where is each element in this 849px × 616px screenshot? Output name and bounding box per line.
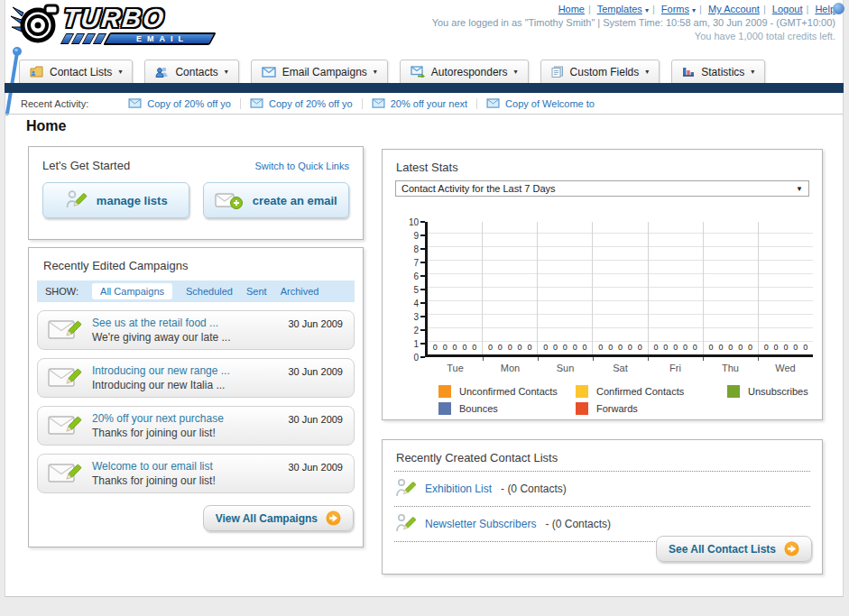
campaign-title[interactable]: See us at the retail food ... <box>92 316 230 330</box>
contact-list-item[interactable]: Exhibition List - (0 Contacts) <box>394 472 810 507</box>
nav-tab-custom-fields[interactable]: Custom Fields ▾ <box>540 60 660 84</box>
campaign-list-item[interactable]: Introducing our new range ... Introducin… <box>37 358 355 398</box>
link-forms[interactable]: Forms <box>661 4 689 14</box>
link-my-account[interactable]: My Account <box>708 4 760 14</box>
contact-list-count: - (0 Contacts) <box>501 483 567 495</box>
nav-accent-bar <box>5 83 844 93</box>
bar-value: 0 <box>472 343 476 352</box>
tab-archived[interactable]: Archived <box>281 286 319 297</box>
bar-value: 0 <box>608 343 613 352</box>
legend-label: Unconfirmed Contacts <box>459 386 558 397</box>
top-links: Home| Templates ▾| Forms ▾| My Account| … <box>432 4 835 14</box>
bar-value: 0 <box>774 343 779 352</box>
legend-label: Forwards <box>596 403 638 414</box>
y-axis-tick: 2 <box>395 325 425 336</box>
link-separator: | <box>806 4 808 14</box>
chart-day-group: 00000 <box>704 222 759 354</box>
nav-tab-label: Statistics <box>701 66 744 78</box>
recent-activity-item[interactable]: Copy of 20% off yo <box>119 98 240 109</box>
manage-lists-button[interactable]: manage lists <box>42 182 189 218</box>
y-tick-mark <box>420 262 425 263</box>
envelope-pencil-icon <box>47 412 83 439</box>
nav-tab-contact-lists[interactable]: Contact Lists ▾ <box>19 60 133 84</box>
campaign-title[interactable]: Introducing our new range ... <box>92 363 230 378</box>
nav-tab-statistics[interactable]: Statistics ▾ <box>671 60 765 84</box>
legend-item: Confirmed Contacts <box>576 385 727 398</box>
link-home[interactable]: Home <box>558 4 585 14</box>
view-all-campaigns-label: View All Campaigns <box>216 512 318 525</box>
legend-item: Unconfirmed Contacts <box>438 385 576 398</box>
recently-edited-campaigns-panel: Recently Edited Campaigns SHOW: All Camp… <box>28 247 364 547</box>
bar-value-labels: 00000 <box>704 343 758 352</box>
legend-item: Unsubscribes <box>727 385 822 398</box>
recent-activity-text: Copy of 20% off yo <box>269 98 353 109</box>
chevron-down-icon: ▾ <box>645 6 649 14</box>
chevron-down-icon: ▾ <box>374 68 377 76</box>
bar-value: 0 <box>573 343 577 352</box>
campaign-title[interactable]: 20% off your next purchase <box>92 411 224 426</box>
page-container: TURBO EMAIL Home| Templates ▾| Forms ▾| … <box>5 0 844 597</box>
recent-activity-item[interactable]: Copy of Welcome to <box>476 98 604 109</box>
switch-quick-links-link[interactable]: Switch to Quick Links <box>254 161 349 171</box>
chevron-down-icon: ▾ <box>118 68 122 76</box>
campaign-list-item[interactable]: 20% off your next purchase Thanks for jo… <box>37 406 355 446</box>
x-axis-label: Thu <box>703 363 758 373</box>
legend-label: Confirmed Contacts <box>596 386 684 397</box>
logo-text: TURBO EMAIL <box>63 5 213 45</box>
create-email-button[interactable]: create an email <box>203 182 350 218</box>
link-logout[interactable]: Logout <box>772 4 803 14</box>
header-right: Home| Templates ▾| Forms ▾| My Account| … <box>432 4 835 41</box>
contact-list-name[interactable]: Newsletter Subscribers <box>425 518 536 530</box>
bar-value: 0 <box>433 343 438 352</box>
contact-list-name[interactable]: Exhibition List <box>425 483 492 495</box>
contact-activity-chart: 1098765432100000000000000000000000000000… <box>395 222 813 373</box>
tab-scheduled[interactable]: Scheduled <box>186 286 233 297</box>
bar-value: 0 <box>738 343 743 352</box>
bar-value: 0 <box>618 343 623 352</box>
legend-label: Unsubscribes <box>748 386 808 397</box>
chevron-down-icon: ▾ <box>514 68 518 76</box>
arrow-circle-icon <box>784 541 799 556</box>
campaign-date: 30 Jun 2009 <box>288 366 343 377</box>
latest-stats-title: Latest Stats <box>396 161 808 174</box>
bar-value: 0 <box>583 343 587 352</box>
x-axis-label: Mon <box>483 363 538 373</box>
bar-value: 0 <box>653 343 658 352</box>
recent-activity-item[interactable]: 20% off your next <box>362 98 476 109</box>
nav-tab-autoresponders[interactable]: Autoresponders ▾ <box>400 60 529 84</box>
envelope-pencil-icon <box>47 460 83 487</box>
legend-item: Bounces <box>438 402 576 415</box>
stats-period-select[interactable]: Contact Activity for the Last 7 Days ▼ <box>395 180 809 197</box>
get-started-panel: Let's Get Started Switch to Quick Links … <box>28 146 364 240</box>
nav-tab-email-campaigns[interactable]: Email Campaigns ▾ <box>251 60 388 84</box>
login-status-text: You are logged in as "Timothy Smith" | S… <box>432 17 835 28</box>
campaign-list-item[interactable]: Welcome to our email list Thanks for joi… <box>37 454 355 493</box>
statistics-icon <box>682 66 695 78</box>
latest-stats-panel: Latest Stats Contact Activity for the La… <box>382 149 823 420</box>
recent-activity-bar: Recent Activity: Copy of 20% off yo Copy… <box>5 93 843 115</box>
chart-day-group: 00000 <box>759 222 813 354</box>
campaigns-title: Recently Edited Campaigns <box>43 259 348 272</box>
tab-sent[interactable]: Sent <box>246 286 267 297</box>
campaign-list-item[interactable]: See us at the retail food ... We're givi… <box>37 310 355 350</box>
main-nav: Contact Lists ▾ Contacts ▾ Email Campaig… <box>19 60 765 84</box>
nav-tab-contacts[interactable]: Contacts ▾ <box>144 60 238 84</box>
y-tick-mark <box>420 248 425 250</box>
link-templates[interactable]: Templates <box>597 4 642 14</box>
bar-value-labels: 00000 <box>593 343 647 352</box>
tab-all-campaigns[interactable]: All Campaigns <box>92 283 172 299</box>
app-logo[interactable]: TURBO EMAIL <box>11 4 218 52</box>
recent-activity-item[interactable]: Copy of 20% off yo <box>240 98 362 109</box>
envelope-plus-icon <box>215 189 244 211</box>
y-tick-mark <box>420 275 425 277</box>
see-all-contact-lists-button[interactable]: See All Contact Lists <box>656 536 812 562</box>
legend-item: Forwards <box>576 402 727 415</box>
logo-title: TURBO <box>62 5 215 31</box>
bar-value: 0 <box>553 343 558 352</box>
campaign-title[interactable]: Welcome to our email list <box>92 459 216 473</box>
envelope-pencil-icon <box>47 364 83 391</box>
nav-tab-label: Autoresponders <box>431 66 508 78</box>
chart-day-group: 00000 <box>538 222 593 354</box>
view-all-campaigns-button[interactable]: View All Campaigns <box>203 505 354 531</box>
y-axis-tick: 8 <box>395 244 425 254</box>
